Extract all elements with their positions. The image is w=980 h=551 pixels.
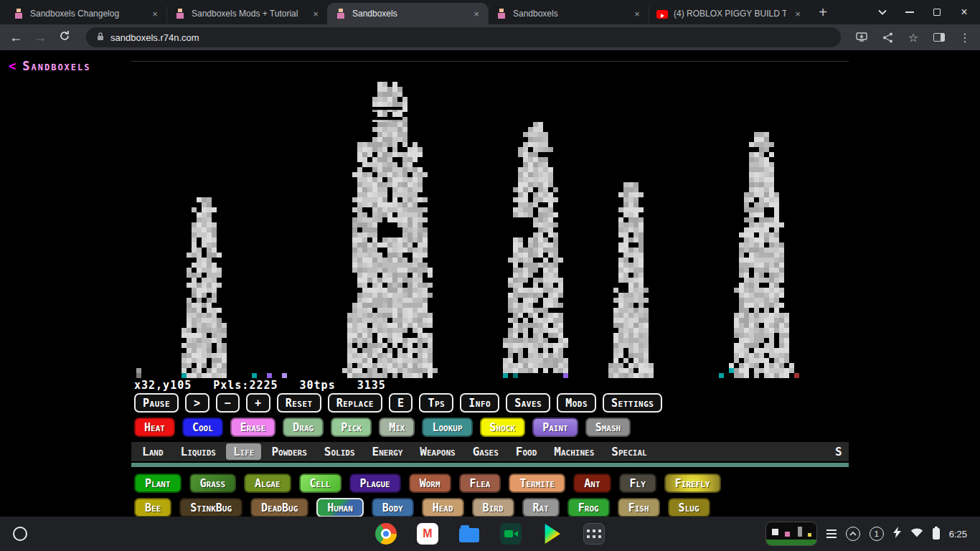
site-logo[interactable]: <Sandboxels [9, 59, 91, 73]
e-button[interactable]: E [389, 393, 413, 413]
cool-tool-button[interactable]: Cool [182, 418, 223, 437]
minimize-button[interactable] [904, 6, 915, 18]
power-bolt-icon[interactable] [893, 527, 901, 541]
game-canvas[interactable] [131, 62, 849, 379]
browser-menu-icon[interactable]: ⋮ [958, 31, 971, 44]
replace-button[interactable]: Replace [328, 393, 382, 413]
element-grass-button[interactable]: Grass [189, 474, 237, 493]
new-tab-button[interactable]: + [812, 1, 834, 23]
category-tab-energy[interactable]: Energy [365, 443, 410, 460]
element-bee-button[interactable]: Bee [134, 498, 171, 517]
element-rat-button[interactable]: Rat [522, 498, 560, 517]
category-tab-land[interactable]: Land [135, 443, 171, 460]
tab-close-icon[interactable]: × [792, 8, 804, 19]
back-button[interactable]: ← [9, 30, 23, 45]
category-tab-solids[interactable]: Solids [317, 443, 362, 460]
bookmark-star-icon[interactable]: ☆ [907, 31, 920, 44]
element-termite-button[interactable]: Termite [509, 474, 565, 493]
saves-button[interactable]: Saves [506, 393, 550, 413]
browser-tab[interactable]: Sandboxels × [488, 3, 649, 24]
element-human-button[interactable]: Human [316, 498, 364, 517]
tab-close-icon[interactable]: × [149, 8, 161, 19]
app-grid-icon[interactable] [583, 522, 606, 545]
element-head-button[interactable]: Head [422, 498, 464, 517]
element-worm-button[interactable]: Worm [409, 474, 451, 493]
element-firefly-button[interactable]: Firefly [664, 474, 721, 493]
reload-button[interactable] [57, 30, 72, 45]
share-icon[interactable] [881, 31, 894, 44]
battery-icon[interactable] [933, 528, 940, 540]
notification-list-icon[interactable] [826, 527, 837, 540]
status-tps: 30tps [300, 379, 336, 392]
pick-tool-button[interactable]: Pick [331, 418, 372, 437]
close-window-button[interactable]: × [958, 6, 970, 18]
category-tab-special[interactable]: Special [604, 443, 654, 460]
category-tab-gases[interactable]: Gases [466, 443, 506, 460]
play-store-app-icon[interactable] [541, 522, 564, 545]
step-button[interactable]: > [185, 393, 209, 413]
element-stinkbug-button[interactable]: StinkBug [179, 498, 242, 517]
reset-button[interactable]: Reset [277, 393, 321, 413]
clock[interactable]: 6:25 [949, 529, 967, 540]
element-bird-button[interactable]: Bird [472, 498, 514, 517]
browser-tab[interactable]: Sandboxels Changelog × [6, 3, 166, 24]
browser-tab[interactable]: (4) ROBLOX PIGGY BUILD TROL × [649, 3, 809, 24]
category-tab-weapons[interactable]: Weapons [413, 443, 462, 460]
mix-tool-button[interactable]: Mix [379, 418, 415, 437]
element-ant-button[interactable]: Ant [573, 474, 611, 493]
element-flea-button[interactable]: Flea [459, 474, 501, 493]
notification-count-badge[interactable]: 1 [870, 527, 884, 541]
erase-tool-button[interactable]: Erase [230, 418, 276, 437]
forward-button[interactable]: → [33, 30, 47, 45]
files-app-icon[interactable] [458, 522, 481, 545]
shock-tool-button[interactable]: Shock [480, 418, 526, 437]
settings-button[interactable]: Settings [603, 393, 662, 413]
pause-button[interactable]: Pause [134, 393, 179, 413]
smash-tool-button[interactable]: Smash [585, 418, 631, 437]
element-fly-button[interactable]: Fly [619, 474, 656, 493]
element-algae-button[interactable]: Algae [244, 474, 291, 493]
mods-button[interactable]: Mods [557, 393, 596, 413]
info-button[interactable]: Info [460, 393, 499, 413]
tab-close-icon[interactable]: × [310, 8, 321, 19]
browser-tab[interactable]: Sandboxels Mods + Tutorial × [166, 3, 327, 24]
install-app-icon[interactable] [855, 31, 868, 44]
side-panel-icon[interactable] [933, 31, 946, 44]
zoom-out-button[interactable]: − [216, 393, 240, 413]
drag-tool-button[interactable]: Drag [283, 418, 324, 437]
caret-up-icon[interactable] [846, 527, 860, 541]
paint-tool-button[interactable]: Paint [532, 418, 578, 437]
tab-close-icon[interactable]: × [631, 8, 643, 19]
element-plant-button[interactable]: Plant [134, 474, 182, 493]
element-deadbug-button[interactable]: DeadBug [250, 498, 308, 517]
tps-button[interactable]: Tps [419, 393, 453, 413]
browser-tab-active[interactable]: Sandboxels × [327, 3, 488, 24]
zoom-in-button[interactable]: + [246, 393, 270, 413]
wifi-icon[interactable] [910, 527, 923, 540]
category-tab-powders[interactable]: Powders [264, 443, 314, 460]
launcher-button[interactable] [7, 521, 33, 547]
gmail-app-icon[interactable]: M [416, 522, 439, 545]
element-cell-button[interactable]: Cell [299, 474, 341, 493]
category-tab-cutoff[interactable]: S [834, 443, 845, 460]
maximize-button[interactable] [931, 6, 943, 18]
category-tab-food[interactable]: Food [509, 443, 545, 460]
tab-close-icon[interactable]: × [471, 8, 482, 19]
category-tab-machines[interactable]: Machines [547, 443, 601, 460]
chrome-app-icon[interactable] [374, 522, 397, 545]
element-slug-button[interactable]: Slug [668, 498, 710, 517]
element-plague-button[interactable]: Plague [349, 474, 401, 493]
lock-icon[interactable] [96, 32, 105, 44]
element-body-button[interactable]: Body [372, 498, 414, 517]
system-tray: 1 6:25 [765, 517, 973, 551]
tab-search-chevron-icon[interactable] [877, 6, 888, 18]
element-frog-button[interactable]: Frog [567, 498, 610, 517]
meet-app-icon[interactable] [499, 522, 522, 545]
heat-tool-button[interactable]: Heat [134, 418, 175, 437]
holding-space-thumbnail[interactable] [765, 522, 817, 546]
element-fish-button[interactable]: Fish [618, 498, 660, 517]
category-tab-life[interactable]: Life [226, 443, 262, 460]
address-bar[interactable]: sandboxels.r74n.com [86, 27, 841, 47]
lookup-tool-button[interactable]: Lookup [422, 418, 472, 437]
category-tab-liquids[interactable]: Liquids [174, 443, 223, 460]
